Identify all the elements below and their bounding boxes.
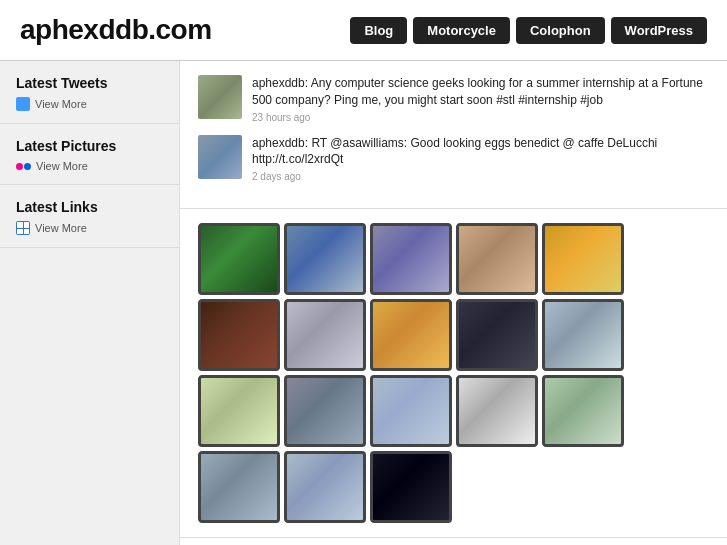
picture-thumb-14[interactable]: [456, 375, 538, 447]
tweet-item-2: aphexddb: RT @asawilliams: Good looking …: [198, 135, 709, 183]
tweet-time-2: 2 days ago: [252, 171, 709, 182]
sidebar-tweets-section: Latest Tweets View More: [0, 61, 179, 124]
picture-thumb-13[interactable]: [370, 375, 452, 447]
picture-thumb-18[interactable]: [370, 451, 452, 523]
tweet-body-1: aphexddb: Any computer science geeks loo…: [252, 75, 709, 123]
sidebar-tweets-view-more-label: View More: [35, 98, 87, 110]
tweet-avatar-img-1: [198, 75, 242, 119]
sidebar-pictures-view-more[interactable]: View More: [16, 160, 163, 172]
tweet-avatar-img-2: [198, 135, 242, 179]
picture-thumb-4[interactable]: [456, 223, 538, 295]
tweet-time-1: 23 hours ago: [252, 112, 709, 123]
sidebar-links-view-more[interactable]: View More: [16, 221, 163, 235]
picture-thumb-6[interactable]: [198, 299, 280, 371]
sidebar-tweets-view-more[interactable]: View More: [16, 97, 163, 111]
tweets-section: aphexddb: Any computer science geeks loo…: [180, 61, 727, 209]
sidebar-tweets-title: Latest Tweets: [16, 75, 163, 91]
nav-blog[interactable]: Blog: [350, 17, 407, 44]
pictures-grid: [198, 223, 709, 523]
picture-thumb-3[interactable]: [370, 223, 452, 295]
sidebar-links-view-more-label: View More: [35, 222, 87, 234]
sidebar-links-title: Latest Links: [16, 199, 163, 215]
nav-wordpress[interactable]: WordPress: [611, 17, 707, 44]
picture-thumb-9[interactable]: [456, 299, 538, 371]
picture-thumb-15[interactable]: [542, 375, 624, 447]
tweet-body-2: aphexddb: RT @asawilliams: Good looking …: [252, 135, 709, 183]
flickr-blue-dot: [24, 163, 31, 170]
sidebar: Latest Tweets View More Latest Pictures …: [0, 61, 180, 545]
tweet-text-2: aphexddb: RT @asawilliams: Good looking …: [252, 135, 709, 169]
sidebar-links-section: Latest Links View More: [0, 185, 179, 248]
picture-thumb-5[interactable]: [542, 223, 624, 295]
flickr-icon: [16, 163, 31, 170]
tweet-avatar-2: [198, 135, 242, 179]
tweet-avatar-1: [198, 75, 242, 119]
picture-thumb-1[interactable]: [198, 223, 280, 295]
tweet-text-1: aphexddb: Any computer science geeks loo…: [252, 75, 709, 109]
nav-motorcycle[interactable]: Motorcycle: [413, 17, 510, 44]
twitter-icon: [16, 97, 30, 111]
header: aphexddb.com Blog Motorcycle Colophon Wo…: [0, 0, 727, 61]
picture-thumb-16[interactable]: [198, 451, 280, 523]
sidebar-pictures-title: Latest Pictures: [16, 138, 163, 154]
picture-thumb-7[interactable]: [284, 299, 366, 371]
content-area: aphexddb: Any computer science geeks loo…: [180, 61, 727, 545]
nav-colophon[interactable]: Colophon: [516, 17, 605, 44]
pictures-section: [180, 209, 727, 538]
picture-thumb-2[interactable]: [284, 223, 366, 295]
sidebar-pictures-section: Latest Pictures View More: [0, 124, 179, 185]
sidebar-pictures-view-more-label: View More: [36, 160, 88, 172]
picture-thumb-12[interactable]: [284, 375, 366, 447]
main-nav: Blog Motorcycle Colophon WordPress: [350, 17, 707, 44]
picture-thumb-10[interactable]: [542, 299, 624, 371]
tweet-item: aphexddb: Any computer science geeks loo…: [198, 75, 709, 123]
picture-thumb-17[interactable]: [284, 451, 366, 523]
links-section: How to tame the social network at work h…: [180, 538, 727, 545]
picture-thumb-8[interactable]: [370, 299, 452, 371]
flickr-pink-dot: [16, 163, 23, 170]
main-content: Latest Tweets View More Latest Pictures …: [0, 61, 727, 545]
picture-thumb-11[interactable]: [198, 375, 280, 447]
delicious-icon: [16, 221, 30, 235]
site-title: aphexddb.com: [20, 14, 212, 46]
